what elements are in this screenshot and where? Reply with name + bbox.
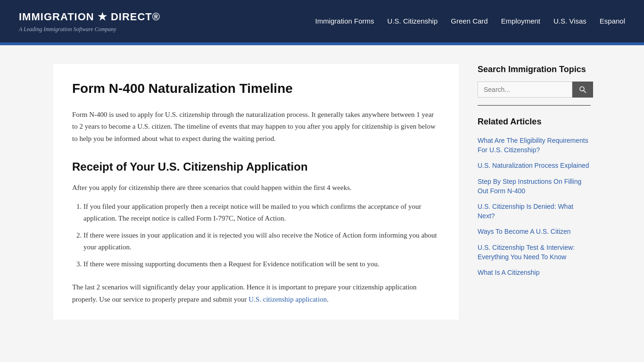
related-link-0[interactable]: What Are The Eligibility Requirements Fo… [478,136,591,155]
logo-sub-text: A Leading Immigration Software Company [19,25,160,34]
related-link-5[interactable]: U.S. Citizenship Test & Interview: Every… [478,243,591,262]
closing-text-after-link: . [327,296,329,303]
closing-text: The last 2 scenarios will significantly … [72,281,440,305]
nav-immigration-forms[interactable]: Immigration Forms [315,16,374,27]
sidebar: Search Immigration Topics Related Articl… [478,64,591,320]
nav-us-visas[interactable]: U.S. Visas [553,16,586,27]
section1-subtitle: After you apply for citizenship there ar… [72,182,440,193]
sidebar-divider [478,105,591,106]
search-icon [579,86,586,93]
nav-green-card[interactable]: Green Card [451,16,487,27]
related-link-2[interactable]: Step By Step Instructions On Filling Out… [478,177,591,196]
page-title: Form N-400 Naturalization Timeline [72,78,440,99]
main-nav: Immigration Forms U.S. Citizenship Green… [315,16,625,27]
main-content: Form N-400 Naturalization Timeline Form … [53,64,459,320]
receipt-list: If you filed your application properly t… [83,201,440,271]
nav-espanol[interactable]: Espanol [600,16,625,27]
section1-title: Receipt of Your U.S. Citizenship Applica… [72,158,440,176]
nav-us-citizenship[interactable]: U.S. Citizenship [388,16,438,27]
list-item: If there were missing supporting documen… [83,258,440,271]
sidebar-search-title: Search Immigration Topics [478,64,591,75]
search-input[interactable] [478,82,572,98]
site-header: IMMIGRATION ★ DIRECT® A Leading Immigrat… [0,0,644,42]
related-link-1[interactable]: U.S. Naturalization Process Explained [478,161,591,171]
related-link-4[interactable]: Ways To Become A U.S. Citizen [478,227,591,237]
intro-text: Form N-400 is used to apply for U.S. cit… [72,109,440,145]
svg-line-1 [584,90,586,93]
search-button[interactable] [572,82,593,98]
nav-employment[interactable]: Employment [501,16,540,27]
list-item: If there were issues in your application… [83,230,440,254]
logo-main-text: IMMIGRATION ★ DIRECT® [19,8,160,25]
page-wrapper: Form N-400 Naturalization Timeline Form … [44,45,600,338]
logo: IMMIGRATION ★ DIRECT® A Leading Immigrat… [19,8,160,34]
search-box [478,82,591,98]
related-articles-title: Related Articles [478,115,591,129]
related-links-list: What Are The Eligibility Requirements Fo… [478,136,591,278]
related-link-6[interactable]: What Is A Citizenship [478,268,591,278]
closing-text-before-link: The last 2 scenarios will significantly … [72,283,417,303]
list-item: If you filed your application properly t… [83,201,440,225]
citizenship-application-link[interactable]: U.S. citizenship application [248,296,327,303]
svg-point-0 [580,87,584,91]
related-link-3[interactable]: U.S. Citizenship Is Denied: What Next? [478,202,591,221]
